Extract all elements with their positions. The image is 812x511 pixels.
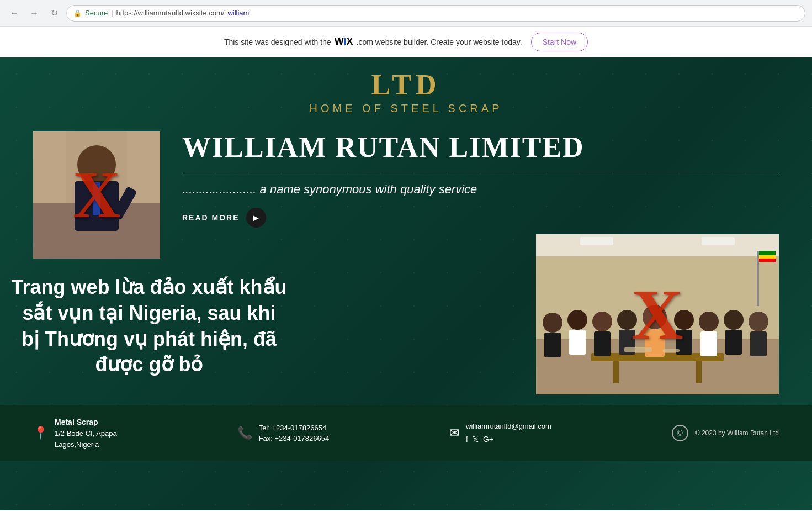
svg-point-26: [592, 312, 612, 331]
person-image-container: X: [33, 131, 160, 259]
url-bar[interactable]: 🔒 Secure | https://williamrutanltd.wixsi…: [66, 5, 805, 22]
svg-rect-11: [702, 237, 735, 245]
url-separator: |: [111, 9, 113, 17]
read-more-label[interactable]: READ MORE: [182, 213, 240, 222]
svg-point-22: [543, 313, 562, 333]
svg-rect-35: [700, 331, 717, 356]
copyright-text: © 2023 by William Rutan Ltd: [695, 429, 779, 437]
twitter-icon[interactable]: 𝕏: [473, 434, 479, 445]
svg-rect-40: [624, 347, 652, 352]
back-button[interactable]: ←: [7, 6, 22, 21]
social-icons: f 𝕏 G+: [466, 434, 551, 445]
svg-point-38: [749, 312, 768, 331]
footer-phone-text: Tel: +234-017826654 Fax: +234-017826654: [259, 423, 330, 444]
footer-email-address[interactable]: williamrutanltd@gmail.com: [466, 422, 551, 430]
svg-rect-21: [696, 361, 702, 383]
footer-fax-label: Fax:: [259, 434, 275, 442]
svg-rect-16: [759, 255, 776, 259]
svg-rect-13: [757, 251, 759, 306]
footer-address: Metal Scrap 1/2 Bode CI, Apapa Lagos,Nig…: [55, 417, 117, 450]
svg-point-36: [724, 310, 744, 330]
footer-email-col: ✉ williamrutanltd@gmail.com f 𝕏 G+: [449, 421, 551, 446]
svg-rect-10: [580, 237, 613, 245]
svg-rect-9: [536, 234, 779, 256]
forward-button[interactable]: →: [26, 6, 42, 21]
svg-rect-17: [759, 259, 776, 262]
site-tagline: HOME OF STEEL SCRAP: [0, 102, 812, 115]
svg-rect-4: [93, 182, 100, 215]
location-icon: 📍: [33, 426, 48, 440]
person-image: [33, 131, 160, 259]
svg-rect-37: [725, 330, 742, 355]
copyright-icon: ©: [672, 425, 688, 441]
svg-rect-20: [613, 361, 619, 383]
site-footer: 📍 Metal Scrap 1/2 Bode CI, Apapa Lagos,N…: [0, 405, 812, 461]
footer-tel-number: +234-017826654: [272, 424, 326, 432]
svg-rect-27: [594, 331, 611, 356]
svg-rect-15: [759, 251, 776, 255]
wix-banner: This site was designed with the WiX .com…: [0, 27, 812, 57]
read-more-row: READ MORE ▶: [182, 208, 779, 228]
googleplus-icon[interactable]: G+: [483, 434, 493, 445]
left-section: X Trang web lừa đảo xuất khẩu sắt vụn tạ…: [33, 131, 160, 394]
svg-rect-25: [569, 330, 586, 355]
site-header: LTD HOME OF STEEL SCRAP: [0, 57, 812, 120]
svg-rect-23: [544, 333, 561, 357]
site-wrapper: LTD HOME OF STEEL SCRAP: [0, 57, 812, 510]
footer-address-col: 📍 Metal Scrap 1/2 Bode CI, Apapa Lagos,N…: [33, 417, 117, 450]
company-subtitle: ...................... a name synonymous…: [182, 182, 779, 197]
group-photo: [536, 234, 779, 394]
warning-text: Trang web lừa đảo xuất khẩu sắt vụn tại …: [11, 275, 287, 378]
footer-phone-col: 📞 Tel: +234-017826654 Fax: +234-01782665…: [237, 423, 330, 444]
svg-rect-39: [750, 331, 767, 356]
phone-icon: 📞: [237, 426, 252, 440]
footer-tel-label: Tel:: [259, 424, 272, 432]
wix-banner-suffix: .com website builder. Create your websit…: [357, 38, 522, 46]
footer-email-text: williamrutanltd@gmail.com f 𝕏 G+: [466, 421, 551, 446]
footer-fax-number: +234-017826654: [275, 434, 330, 442]
browser-bar: ← → ↻ 🔒 Secure | https://williamrutanltd…: [0, 0, 812, 27]
wix-logo: WiX: [335, 36, 353, 48]
lock-icon: 🔒: [73, 9, 82, 17]
footer-address-city: Lagos,Nigeria: [55, 440, 99, 449]
refresh-button[interactable]: ↻: [46, 6, 62, 21]
svg-rect-5: [33, 131, 66, 203]
url-path: william: [227, 9, 249, 17]
facebook-icon[interactable]: f: [466, 434, 468, 445]
wix-banner-text: This site was designed with the: [224, 38, 331, 46]
svg-point-24: [567, 310, 587, 330]
svg-rect-41: [663, 349, 680, 352]
title-divider: [182, 173, 779, 173]
svg-rect-31: [645, 329, 665, 357]
company-name-ltd: LTD: [0, 69, 812, 101]
play-button[interactable]: ▶: [246, 208, 266, 228]
secure-label: Secure: [85, 9, 108, 17]
email-icon: ✉: [449, 426, 459, 440]
footer-copyright-col: © © 2023 by William Rutan Ltd: [672, 425, 779, 441]
company-full-title: WILLIAM RUTAN LIMITED: [182, 131, 779, 163]
main-content: X Trang web lừa đảo xuất khẩu sắt vụn tạ…: [0, 120, 812, 405]
svg-point-28: [617, 310, 637, 330]
svg-point-2: [77, 145, 116, 184]
footer-address-line1: 1/2 Bode CI, Apapa: [55, 429, 117, 438]
url-base: https://williamrutanltd.wixsite.com/: [116, 9, 225, 17]
svg-point-30: [643, 305, 667, 329]
footer-address-label: Metal Scrap: [55, 417, 117, 428]
svg-point-34: [699, 312, 719, 331]
group-photo-container: X: [536, 234, 779, 394]
start-now-button[interactable]: Start Now: [531, 33, 588, 51]
svg-point-32: [674, 310, 694, 330]
warning-text-container: Trang web lừa đảo xuất khẩu sắt vụn tại …: [11, 275, 287, 378]
